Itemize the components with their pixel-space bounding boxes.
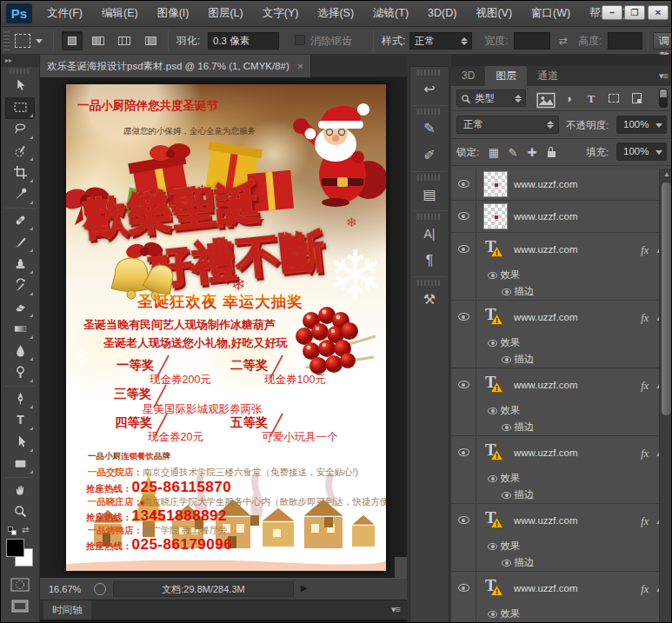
stroke-effect-row[interactable]: 描边 <box>502 488 534 501</box>
eye-icon[interactable] <box>458 516 469 524</box>
layer-filter-toggle[interactable] <box>659 89 668 108</box>
eye-icon[interactable] <box>458 212 469 220</box>
document-size-field[interactable]: 文档:29.8M/284.3M <box>113 581 294 597</box>
refine-edge-button[interactable]: 调整 <box>653 32 672 50</box>
dock-gripper[interactable] <box>417 109 442 115</box>
menu-type[interactable]: 文字(Y) <box>253 1 309 26</box>
style-dropdown[interactable]: 正常 <box>409 32 472 50</box>
eye-icon[interactable] <box>488 340 497 347</box>
eye-icon[interactable] <box>488 611 497 618</box>
fx-badge[interactable]: fx <box>641 244 649 257</box>
text-layer-badge[interactable]: T! <box>483 507 506 530</box>
dock-gripper[interactable] <box>417 70 442 76</box>
text-layer-badge[interactable]: T! <box>483 372 506 394</box>
layer-name[interactable]: www.uzzf.com <box>514 583 578 593</box>
blend-mode-dropdown[interactable]: 正常 <box>456 116 559 134</box>
screen-mode-button[interactable] <box>5 597 35 619</box>
lock-all-icon[interactable] <box>543 144 559 161</box>
zoom-level-field[interactable]: 16.67% <box>45 582 87 597</box>
eye-icon[interactable] <box>488 543 497 550</box>
eyedropper-tool[interactable] <box>5 184 35 206</box>
subtract-from-selection-button[interactable] <box>114 31 135 50</box>
status-flyout-arrow[interactable]: ▶ <box>301 583 308 593</box>
add-to-selection-button[interactable] <box>88 31 109 50</box>
eye-icon[interactable] <box>458 448 469 456</box>
marquee-tool-preset-icon[interactable] <box>15 34 30 48</box>
fill-dropdown[interactable]: 100% <box>616 142 667 161</box>
filter-pixel-layers-icon[interactable] <box>536 92 556 109</box>
filter-kind-dropdown[interactable]: 类型 <box>456 89 526 107</box>
eye-icon[interactable] <box>458 584 469 592</box>
brush-panel-icon[interactable]: ✐ <box>413 142 446 169</box>
layers-scrollbar[interactable]: ▲ ▼ <box>659 169 672 623</box>
text-layer-row[interactable]: T! www.uzzf.com fx ▴ 效果 描边 <box>451 436 672 504</box>
character-panel-icon[interactable]: A| <box>413 221 446 247</box>
feather-input[interactable]: 0.3 像素 <box>208 32 279 50</box>
eye-icon[interactable] <box>488 475 497 482</box>
layer-name[interactable]: www.uzzf.com <box>514 447 578 458</box>
text-layer-row[interactable]: T! www.uzzf.com fx ▴ 效果 描边 <box>451 301 672 368</box>
eye-icon[interactable] <box>502 492 511 499</box>
tool-presets-panel-icon[interactable]: ⚒ <box>413 287 446 313</box>
document-tab[interactable]: 欢乐圣诞海报设计psd素材.psd @ 16.7% (1, CMYK/8#) × <box>40 55 311 77</box>
gradient-tool[interactable] <box>5 319 35 341</box>
menu-view[interactable]: 视图(V) <box>466 1 522 26</box>
effects-row[interactable]: 效果 <box>488 336 520 349</box>
layer-name[interactable]: www.uzzf.com <box>514 312 578 322</box>
quick-selection-tool[interactable] <box>5 141 35 162</box>
move-tool[interactable] <box>5 76 35 97</box>
effects-row[interactable]: 效果 <box>488 472 520 485</box>
layer-name[interactable]: www.uzzf.com <box>514 244 578 255</box>
paragraph-panel-icon[interactable]: ¶ <box>413 248 446 274</box>
layer-name[interactable]: www.uzzf.com <box>514 179 578 189</box>
text-layer-badge[interactable]: T! <box>483 440 506 462</box>
fx-badge[interactable]: fx <box>641 447 649 461</box>
visibility-cell[interactable] <box>451 504 476 571</box>
toolbar-gripper[interactable] <box>10 69 30 74</box>
clone-stamp-tool[interactable] <box>5 254 35 275</box>
text-layer-row[interactable]: T! www.uzzf.com fx ▴ 效果 <box>451 572 672 623</box>
fx-badge[interactable]: fx <box>641 515 649 528</box>
canvas[interactable]: ❄ ❄ ❄ ❄ ❄ ❄ ❄ ❄ ❄ 一品小厨陪伴您共度圣诞节 愿做您的小保姆，全… <box>40 77 407 578</box>
visibility-cell[interactable] <box>451 301 476 368</box>
crop-tool[interactable] <box>5 162 35 184</box>
menu-window[interactable]: 窗口(W) <box>522 1 580 26</box>
swap-dimensions-icon[interactable]: ⇄ <box>559 35 568 47</box>
layer-thumbnail[interactable] <box>483 203 508 229</box>
layer-row[interactable]: www.uzzf.com <box>451 169 672 201</box>
menu-3d[interactable]: 3D(D) <box>418 1 466 26</box>
tab-layers[interactable]: 图层 <box>485 66 527 86</box>
history-panel-icon[interactable]: ↩ <box>413 76 446 103</box>
filter-shape-layers-icon[interactable] <box>604 90 623 107</box>
effects-row[interactable]: 效果 <box>488 404 520 417</box>
options-gripper[interactable] <box>3 31 10 50</box>
visibility-cell[interactable] <box>451 368 476 435</box>
hand-tool[interactable] <box>5 480 35 501</box>
eye-icon[interactable] <box>502 288 511 295</box>
dock-gripper[interactable] <box>417 175 442 181</box>
text-layer-badge[interactable]: T! <box>483 304 506 327</box>
fx-badge[interactable]: fx <box>641 380 649 393</box>
window-minimize-button[interactable]: – <box>602 5 622 20</box>
eye-icon[interactable] <box>488 408 497 414</box>
fx-badge[interactable]: fx <box>641 583 649 596</box>
eraser-tool[interactable] <box>5 297 35 319</box>
effects-row[interactable]: 效果 <box>488 268 520 282</box>
visibility-cell[interactable] <box>451 572 476 623</box>
toolbar-collapse-button[interactable]: ▸▸ <box>1 55 39 67</box>
menu-layer[interactable]: 图层(L) <box>198 1 252 26</box>
clone-source-panel-icon[interactable]: ▤ <box>413 182 446 208</box>
rectangular-marquee-tool[interactable] <box>5 97 35 119</box>
brush-tool[interactable] <box>5 232 35 254</box>
eye-icon[interactable] <box>458 381 469 388</box>
pen-tool[interactable] <box>5 388 35 410</box>
text-layer-badge[interactable]: T! <box>483 236 506 259</box>
fx-badge[interactable]: fx <box>641 312 649 325</box>
filter-type-layers-icon[interactable]: T <box>582 90 601 107</box>
stroke-effect-row[interactable]: 描边 <box>502 285 534 298</box>
effects-row[interactable]: 效果 <box>488 540 520 553</box>
window-maximize-button[interactable]: ❐ <box>624 5 645 20</box>
visibility-cell[interactable] <box>451 169 476 200</box>
stroke-effect-row[interactable]: 描边 <box>502 556 534 569</box>
effects-row[interactable]: 效果 <box>488 607 520 620</box>
